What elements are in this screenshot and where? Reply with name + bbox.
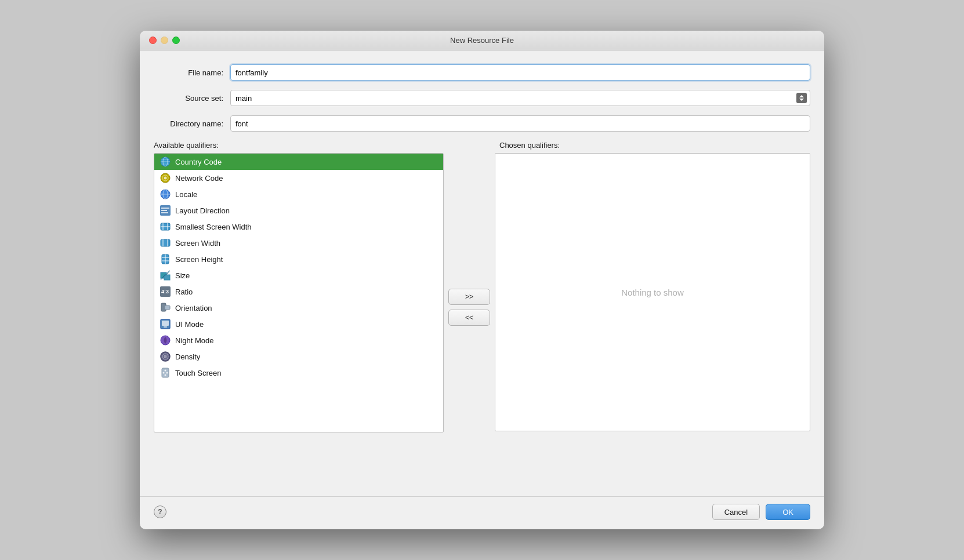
directory-name-row: Directory name: [154, 115, 810, 132]
qualifier-network-code[interactable]: Network Code [154, 170, 443, 186]
file-name-label: File name: [154, 68, 223, 77]
ui-mode-icon [160, 319, 171, 329]
network-code-label: Network Code [175, 174, 223, 183]
orientation-icon [160, 303, 171, 313]
available-qualifiers-list: Country Code Network Code [154, 153, 444, 432]
directory-name-label: Directory name: [154, 119, 223, 128]
screen-height-icon [160, 254, 171, 264]
svg-point-44 [166, 372, 168, 374]
dialog-title: New Resource File [450, 36, 514, 45]
qualifier-locale[interactable]: Locale [154, 186, 443, 202]
country-code-label: Country Code [175, 158, 222, 166]
qualifier-density[interactable]: Density [154, 348, 443, 365]
svg-point-7 [164, 177, 167, 180]
layout-direction-label: Layout Direction [175, 206, 230, 215]
qualifier-smallest-screen-width[interactable]: Smallest Screen Width [154, 219, 443, 235]
ratio-icon: 4:3 [160, 286, 171, 297]
qualifier-orientation[interactable]: Orientation [154, 300, 443, 316]
svg-rect-32 [165, 306, 170, 310]
close-button[interactable] [149, 37, 157, 44]
smallest-screen-width-icon [160, 221, 171, 232]
source-set-label: Source set: [154, 94, 223, 103]
remove-qualifier-button[interactable]: << [448, 310, 490, 326]
ok-button[interactable]: OK [766, 504, 810, 520]
screen-height-label: Screen Height [175, 255, 223, 264]
ratio-label: Ratio [175, 288, 193, 296]
locale-icon [160, 189, 171, 199]
qualifier-layout-direction[interactable]: Layout Direction [154, 202, 443, 219]
svg-point-43 [163, 372, 165, 374]
density-icon [160, 351, 171, 362]
help-button[interactable]: ? [154, 506, 166, 518]
smallest-screen-width-label: Smallest Screen Width [175, 223, 252, 231]
qualifier-night-mode[interactable]: Night Mode [154, 332, 443, 348]
svg-rect-34 [162, 321, 169, 326]
qualifier-ratio[interactable]: 4:3 Ratio [154, 283, 443, 300]
qualifiers-panels: Country Code Network Code [154, 153, 810, 485]
action-buttons: Cancel OK [712, 504, 810, 520]
qualifier-size[interactable]: Size [154, 267, 443, 283]
size-icon [160, 270, 171, 281]
nothing-to-show-label: Nothing to show [621, 288, 684, 297]
size-label: Size [175, 271, 190, 280]
cancel-button[interactable]: Cancel [712, 504, 760, 520]
ui-mode-label: UI Mode [175, 320, 204, 329]
qualifier-items: Country Code Network Code [154, 154, 443, 432]
density-label: Density [175, 352, 200, 361]
directory-name-input[interactable] [230, 115, 810, 132]
qualifier-touch-screen[interactable]: Touch Screen [154, 365, 443, 381]
source-set-row: Source set: main [154, 90, 810, 106]
svg-point-45 [165, 374, 166, 376]
maximize-button[interactable] [172, 37, 180, 44]
qualifiers-labels-row: Available qualifiers: Chosen qualifiers: [154, 141, 810, 150]
svg-point-40 [165, 356, 166, 357]
new-resource-file-dialog: New Resource File File name: Source set:… [140, 31, 824, 529]
country-code-icon [160, 157, 171, 167]
transfer-buttons: >> << [448, 289, 490, 326]
night-mode-label: Night Mode [175, 336, 213, 345]
traffic-lights [149, 37, 180, 44]
bottom-bar: ? Cancel OK [140, 496, 824, 529]
available-qualifiers-label: Available qualifiers: [154, 141, 219, 150]
title-bar: New Resource File [140, 31, 824, 50]
screen-width-label: Screen Width [175, 239, 220, 248]
chosen-qualifiers-label: Chosen qualifiers: [499, 141, 560, 150]
svg-rect-35 [164, 326, 167, 328]
add-qualifier-button[interactable]: >> [448, 289, 490, 305]
touch-screen-icon [160, 368, 171, 378]
chosen-qualifiers-panel: Nothing to show [495, 153, 810, 431]
locale-label: Locale [175, 190, 197, 199]
svg-text:4:3: 4:3 [161, 289, 169, 294]
orientation-label: Orientation [175, 304, 212, 312]
qualifier-screen-width[interactable]: Screen Width [154, 235, 443, 251]
svg-rect-19 [161, 239, 170, 246]
file-name-input[interactable] [230, 64, 810, 81]
network-code-icon [160, 173, 171, 183]
qualifiers-section: Available qualifiers: Chosen qualifiers: [154, 141, 810, 485]
file-name-row: File name: [154, 64, 810, 81]
night-mode-icon [160, 335, 171, 346]
layout-direction-icon [160, 205, 171, 216]
screen-width-icon [160, 238, 171, 248]
minimize-button[interactable] [161, 37, 168, 44]
dialog-content: File name: Source set: main Directory na… [140, 50, 824, 496]
qualifier-ui-mode[interactable]: UI Mode [154, 316, 443, 332]
source-set-wrapper: main [230, 90, 810, 106]
qualifier-screen-height[interactable]: Screen Height [154, 251, 443, 267]
svg-point-42 [165, 370, 166, 372]
source-set-select[interactable]: main [230, 90, 810, 106]
qualifier-country-code[interactable]: Country Code [154, 154, 443, 170]
touch-screen-label: Touch Screen [175, 369, 222, 377]
